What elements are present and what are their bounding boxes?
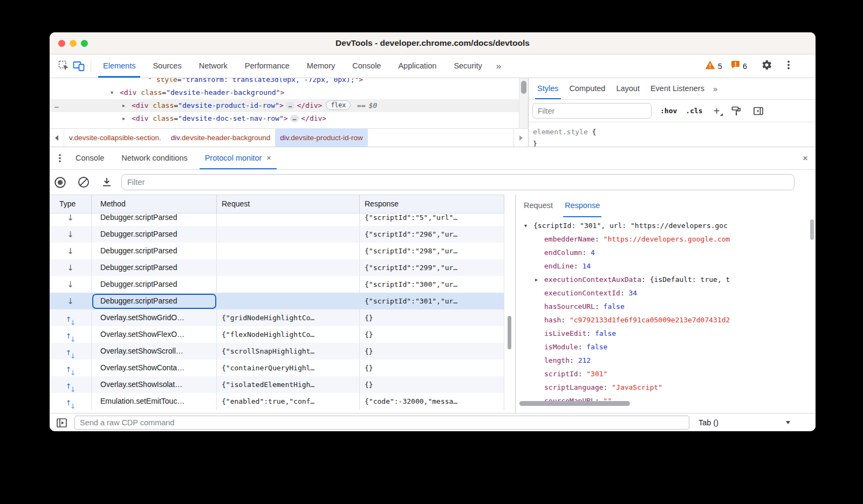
more-tabs-icon[interactable]: » [491,61,506,72]
drawer-close-icon[interactable]: × [803,153,808,164]
elements-scrollbar-thumb[interactable] [521,81,526,94]
drawer-tabs: ConsoleNetwork conditionsProtocol monito… [67,147,280,169]
table-row[interactable]: ↓Debugger.scriptParsed{"scriptId":"296",… [50,226,504,243]
tree-line[interactable]: ▾{scriptId: "301", url: "https://develop… [516,219,810,232]
breadcrumb-item[interactable]: v.devsite-collapsible-section. [64,129,166,147]
breadcrumb-right-arrow-icon[interactable] [513,129,528,147]
tab-elements[interactable]: Elements [94,54,144,78]
disclosure-arrow-icon[interactable]: ▸ [535,273,544,286]
disclosure-arrow-icon[interactable]: ▾ [524,219,533,232]
close-window-button[interactable] [58,40,65,47]
new-style-rule-button[interactable]: + [714,106,720,116]
response-tree: ▾{scriptId: "301", url: "https://develop… [516,217,810,406]
table-scrollbar-thumb[interactable] [508,316,511,349]
cdp-editor-toggle-icon[interactable] [56,417,67,429]
table-row[interactable]: ↑↓Overlay.setShowGridO…{"gridNodeHighlig… [50,309,504,326]
breadcrumb-item[interactable]: div.devsite-header-background [166,129,275,147]
detail-tab-request[interactable]: Request [518,195,559,217]
dom-tree-node[interactable]: " style="transform: translate3d(0px, -72… [50,78,519,86]
table-row[interactable]: ↓Debugger.scriptParsed{"scriptId":"5","u… [50,213,504,226]
breadcrumb-left-arrow-icon[interactable] [50,129,64,147]
tab-security[interactable]: Security [445,54,490,78]
flex-adorner-badge[interactable]: flex [326,100,351,110]
dom-tree-node[interactable]: …▸<div class="devsite-product-id-row">…<… [50,99,519,112]
save-icon[interactable] [100,177,113,188]
table-row[interactable]: ↓Debugger.scriptParsed{"scriptId":"299",… [50,259,504,276]
styles-tab-event-listeners[interactable]: Event Listeners [645,78,710,99]
toggle-sidebar-icon[interactable] [753,106,764,116]
inspect-icon[interactable] [56,59,71,74]
kebab-menu-icon[interactable] [784,60,793,72]
tab-performance[interactable]: Performance [236,54,298,78]
tab-sources[interactable]: Sources [144,54,190,78]
style-rule-selector[interactable]: element.style [533,128,588,136]
tab-close-icon[interactable]: × [266,154,271,162]
table-row[interactable]: ↓Debugger.scriptParsed{"scriptId":"301",… [50,293,504,309]
zoom-window-button[interactable] [81,40,88,47]
column-header-type[interactable]: Type [50,195,92,213]
type-cell: ↓ [50,276,92,293]
received-arrow-icon: ↓ [67,213,74,223]
inline-expand-icon[interactable]: … [286,102,295,109]
cdp-command-input[interactable] [74,416,689,430]
drawer-tab-console[interactable]: Console [67,147,113,169]
styles-tab-layout[interactable]: Layout [611,78,645,99]
clear-icon[interactable] [77,176,90,188]
table-row[interactable]: ↓Debugger.scriptParsed{"scriptId":"300",… [50,276,504,293]
response-cell: {"scriptId":"296","ur… [360,226,504,243]
detail-vertical-scrollbar-thumb[interactable] [810,219,814,240]
request-cell [217,226,360,243]
tree-line: scriptLanguage: "JavaScript" [516,381,810,394]
styles-filter-input[interactable] [532,103,652,119]
warning-icon[interactable] [705,60,715,72]
breadcrumb-item[interactable]: div.devsite-product-id-row [275,129,368,147]
tab-application[interactable]: Application [389,54,445,78]
target-select[interactable]: Tab () [698,418,790,427]
table-row[interactable]: ↑↓Overlay.setShowScroll…{"scrollSnapHigh… [50,343,504,360]
element-classes-button[interactable]: .cls [686,107,702,115]
drawer-kebab-icon[interactable] [53,154,67,163]
disclosure-arrow-icon[interactable]: ▸ [122,99,132,112]
column-header-response[interactable]: Response [360,195,504,213]
elements-scrollbar[interactable] [519,78,528,128]
drawer-tab-network-conditions[interactable]: Network conditions [113,147,196,169]
tree-line: hasSourceURL: false [516,300,810,313]
dom-tree-node[interactable]: ▸<div class="devsite-doc-set-nav-row">…<… [50,112,519,125]
detail-tab-response[interactable]: Response [559,195,606,217]
minimize-window-button[interactable] [70,40,77,47]
table-row[interactable]: ↑↓Overlay.setShowFlexO…{"flexNodeHighlig… [50,326,504,343]
record-icon[interactable] [54,176,66,189]
tab-console[interactable]: Console [344,54,389,78]
disclosure-arrow-icon[interactable]: ▾ [111,86,120,99]
drawer-tab-protocol-monitor[interactable]: Protocol monitor× [196,147,280,169]
pm-rows: ↓Debugger.scriptParsed{"scriptId":"5","u… [50,213,504,413]
paint-roller-icon[interactable] [731,106,742,116]
tab-memory[interactable]: Memory [298,54,344,78]
table-row[interactable]: ↓Debugger.scriptParsed{"scriptId":"298",… [50,243,504,259]
toggle-element-state-button[interactable]: :hov [660,107,677,115]
inline-expand-icon[interactable]: … [290,115,299,122]
table-row[interactable]: ↑↓Overlay.setShowIsolat…{"isolatedElemen… [50,376,504,393]
tree-line: executionContextId: 34 [516,286,810,300]
detail-horizontal-scrollbar-thumb[interactable] [519,401,630,406]
code-token: > [279,101,284,109]
type-cell: ↑↓ [50,376,92,393]
device-toolbar-icon[interactable] [71,59,86,74]
table-row[interactable]: ↑↓Overlay.setShowConta…{"containerQueryH… [50,360,504,376]
styles-more-tabs-icon[interactable]: » [710,84,721,93]
tree-line[interactable]: ▸executionContextAuxData: {isDefault: tr… [516,273,810,286]
disclosure-arrow-icon[interactable]: ▸ [122,112,132,125]
tab-network[interactable]: Network [190,54,236,78]
window-title: DevTools - developer.chrome.com/docs/dev… [50,32,816,54]
table-row[interactable]: ↑↓Emulation.setEmitTouc…{"enabled":true,… [50,393,504,410]
column-header-method[interactable]: Method [92,195,217,213]
settings-gear-icon[interactable] [761,59,772,73]
detail-tabs: RequestResponse [516,195,816,217]
node-more-actions-icon[interactable]: … [54,99,59,112]
styles-tab-computed[interactable]: Computed [564,78,611,99]
dom-tree-node[interactable]: ▾<div class="devsite-header-background"> [50,86,519,99]
styles-tab-styles[interactable]: Styles [532,78,564,99]
column-header-request[interactable]: Request [217,195,360,213]
pm-filter-input[interactable] [121,174,794,190]
issues-icon[interactable] [731,60,740,72]
